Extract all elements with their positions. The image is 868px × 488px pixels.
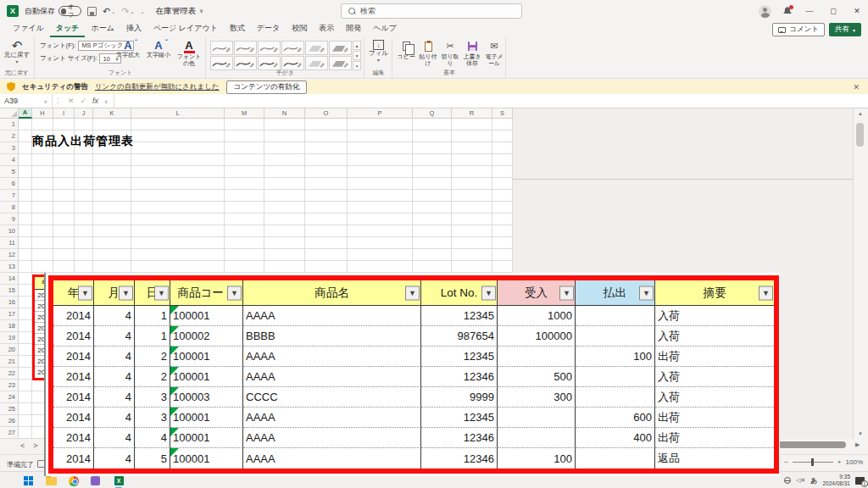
column-header-Q[interactable]: Q [413, 108, 452, 119]
cell[interactable]: 300 [498, 387, 576, 408]
row-header-10[interactable]: 10 [0, 225, 19, 237]
share-button[interactable]: 共有▾ [829, 23, 861, 36]
zoom-level[interactable]: 100% [846, 458, 863, 466]
cell[interactable]: 返品 [655, 448, 774, 469]
email-button[interactable]: ✉電子メール [483, 40, 505, 67]
filter-button[interactable]: ▼ [559, 286, 574, 300]
row-header-26[interactable]: 26 [0, 415, 19, 427]
cell[interactable]: 100000 [498, 326, 576, 347]
cell[interactable]: 12345 [421, 408, 498, 428]
column-header-R[interactable]: R [452, 108, 492, 119]
row-header-4[interactable]: 4 [0, 154, 19, 166]
cell[interactable]: 100001 [170, 306, 243, 326]
row-header-7[interactable]: 7 [0, 190, 19, 202]
row-header-15[interactable]: 15 [0, 285, 19, 297]
cell[interactable]: 100002 [170, 326, 243, 347]
cell[interactable]: 1000 [498, 306, 576, 326]
cell[interactable]: 100001 [170, 367, 243, 387]
cell[interactable]: 2014 [53, 387, 94, 408]
file-explorer-icon[interactable] [46, 477, 57, 485]
zoom-out-button[interactable]: − [784, 458, 788, 466]
insert-function-button[interactable]: fx [92, 97, 98, 105]
cell[interactable]: 入荷 [655, 387, 774, 408]
row-header-24[interactable]: 24 [0, 391, 19, 403]
row-header-22[interactable]: 22 [0, 368, 19, 380]
filter-button[interactable]: ▼ [227, 286, 242, 300]
cell[interactable]: 12345 [421, 306, 498, 326]
filter-button[interactable]: ▼ [405, 286, 420, 300]
column-header-J[interactable]: J [75, 108, 93, 119]
row-header-11[interactable]: 11 [0, 237, 19, 249]
cell[interactable] [498, 428, 576, 448]
search-input[interactable]: 検索 [341, 3, 522, 19]
volume-muted-icon[interactable]: ◁✕ [796, 477, 805, 484]
cut-button[interactable]: ✂切り取り [439, 40, 461, 67]
cell[interactable]: 4 [94, 448, 135, 469]
cell[interactable]: AAAA [243, 448, 421, 469]
cell[interactable] [498, 408, 576, 428]
cell[interactable]: 5 [135, 448, 170, 469]
cell[interactable]: 100001 [170, 428, 243, 448]
row-header-25[interactable]: 25 [0, 403, 19, 415]
font-color-button[interactable]: A フォント の色 [176, 40, 202, 67]
grow-font-button[interactable]: Aˆ 文字拡大 [115, 40, 141, 67]
minimize-button[interactable]: — [804, 7, 815, 15]
row-header-8[interactable]: 8 [0, 202, 19, 214]
ribbon-tab[interactable]: 挿入 [120, 21, 147, 37]
ribbon-tab[interactable]: ページ レイアウト [147, 21, 224, 37]
user-avatar[interactable] [759, 5, 771, 18]
ribbon-tab[interactable]: データ [251, 21, 286, 37]
column-header-K[interactable]: K [93, 108, 131, 119]
cell[interactable]: 3 [135, 408, 170, 428]
cell[interactable]: 3 [135, 387, 170, 408]
horizontal-scrollbar[interactable] [776, 440, 854, 450]
row-header-12[interactable]: 12 [0, 249, 19, 261]
undo-large-button[interactable]: ↶ 元に戻す ▾ [0, 37, 34, 65]
sheet-title-text[interactable]: 商品入出荷管理表 [32, 134, 134, 149]
filter-button[interactable]: ▼ [639, 286, 654, 300]
fill-button[interactable]: ↓ フィル ▾ [365, 37, 392, 64]
cell[interactable]: BBBB [243, 326, 421, 347]
cell[interactable]: 4 [94, 387, 135, 408]
cell[interactable]: AAAA [243, 408, 421, 428]
zoom-in-button[interactable]: + [837, 458, 842, 466]
start-button[interactable] [24, 476, 34, 486]
comments-button[interactable]: コメント [772, 23, 825, 36]
scroll-down-arrow[interactable]: ▼ [854, 431, 867, 436]
notifications-button[interactable] [783, 7, 792, 15]
network-icon[interactable] [784, 477, 791, 484]
cell[interactable]: 2014 [53, 367, 94, 387]
excel-taskbar-icon[interactable]: X [112, 474, 125, 487]
paste-button[interactable]: 貼り付け [417, 40, 439, 67]
row-header-5[interactable]: 5 [0, 166, 19, 178]
cell[interactable] [576, 387, 655, 408]
undo-button[interactable]: ↶⌄ [103, 6, 115, 17]
cell[interactable]: 12346 [421, 428, 498, 448]
cell[interactable] [576, 448, 655, 469]
select-all-corner[interactable] [0, 108, 19, 119]
cell[interactable]: 100 [498, 448, 576, 469]
cell[interactable]: AAAA [243, 428, 421, 448]
cell[interactable]: 100001 [170, 408, 243, 428]
row-header-1[interactable]: 1 [0, 119, 19, 130]
cell[interactable]: 入荷 [655, 367, 774, 387]
cell[interactable]: 2014 [53, 347, 94, 367]
filter-button[interactable]: ▼ [78, 286, 92, 300]
ribbon-tab[interactable]: 校閲 [286, 21, 313, 37]
zoom-slider-thumb[interactable] [811, 458, 814, 466]
row-header-6[interactable]: 6 [0, 178, 19, 190]
cell[interactable]: AAAA [243, 347, 421, 367]
previous-sheet-button[interactable]: < [20, 441, 25, 450]
ribbon-tab[interactable]: 数式 [224, 21, 251, 37]
row-header-27[interactable]: 27 [0, 427, 19, 439]
cell[interactable]: 12345 [421, 347, 498, 367]
cell[interactable]: 出荷 [655, 347, 774, 367]
cell[interactable]: 100001 [170, 347, 243, 367]
cell[interactable]: 入荷 [655, 326, 774, 347]
cell[interactable]: 4 [94, 367, 135, 387]
row-header-18[interactable]: 18 [0, 320, 19, 332]
cell[interactable]: CCCC [243, 387, 421, 408]
enable-content-button[interactable]: コンテンツの有効化 [226, 80, 308, 94]
cell[interactable] [576, 326, 655, 347]
cell[interactable]: 4 [94, 428, 135, 448]
